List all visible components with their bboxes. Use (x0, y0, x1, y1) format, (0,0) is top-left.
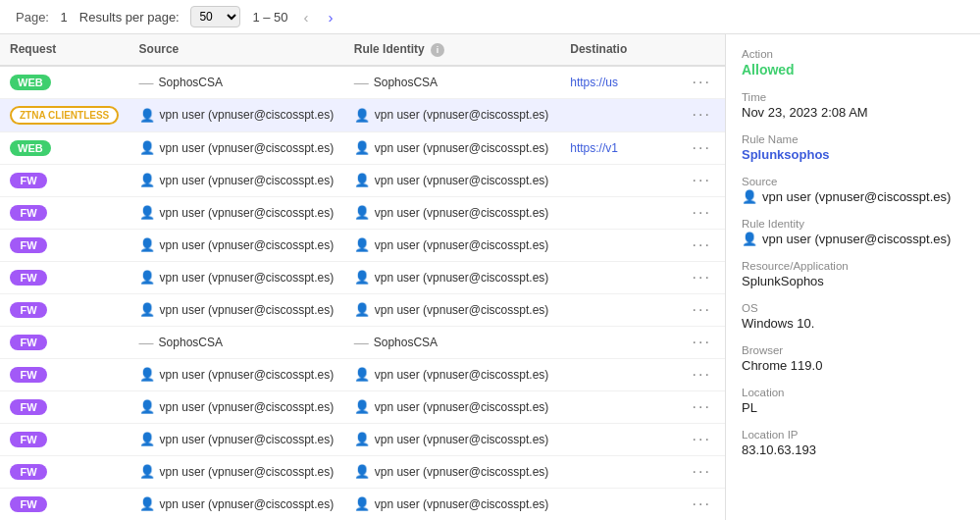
next-page-button[interactable]: › (325, 9, 337, 26)
rule-user-icon: 👤 (354, 237, 370, 252)
row-actions-button[interactable]: ··· (689, 495, 715, 513)
table-row[interactable]: FW👤vpn user (vpnuser@ciscosspt.es)👤vpn u… (0, 358, 725, 390)
table-row[interactable]: FW👤vpn user (vpnuser@ciscosspt.es)👤vpn u… (0, 164, 725, 196)
row-actions-button[interactable]: ··· (689, 366, 715, 384)
source-user-icon: 👤 (139, 464, 155, 479)
row-actions-button[interactable]: ··· (689, 106, 715, 124)
request-cell: WEB (0, 66, 129, 99)
rule-identity-cell: 👤vpn user (vpnuser@ciscosspt.es) (344, 455, 561, 488)
detail-action: Action Allowed (742, 48, 964, 78)
row-actions-button[interactable]: ··· (689, 431, 715, 448)
source-text: vpn user (vpnuser@ciscosspt.es) (160, 271, 335, 285)
rule-identity-text: vpn user (vpnuser@ciscosspt.es) (375, 206, 549, 220)
row-actions-cell: ··· (679, 293, 725, 326)
rule-identity-text: vpn user (vpnuser@ciscosspt.es) (375, 174, 549, 187)
rule-identity-text: vpn user (vpnuser@ciscosspt.es) (375, 108, 549, 122)
table-row[interactable]: ZTNA CLIENTLESS👤vpn user (vpnuser@ciscos… (0, 98, 725, 131)
detail-os: OS Windows 10. (742, 302, 964, 331)
source-user-icon: 👤 (139, 399, 155, 414)
source-label: Source (742, 176, 964, 187)
request-cell: FW (0, 358, 129, 390)
row-actions-cell: ··· (679, 164, 725, 196)
rule-identity-text: vpn user (vpnuser@ciscosspt.es) (375, 271, 549, 285)
browser-value: Chrome 119.0 (742, 358, 964, 373)
rule-user-icon: 👤 (354, 173, 370, 187)
source-text: SophosCSA (159, 336, 223, 349)
destination-link[interactable]: https://us (570, 76, 618, 89)
row-actions-cell: ··· (679, 196, 725, 229)
row-actions-cell: ··· (679, 261, 725, 293)
source-user-icon: 👤 (139, 432, 155, 446)
destination-cell (560, 326, 678, 358)
table-row[interactable]: FW—SophosCSA—SophosCSA··· (0, 326, 725, 358)
table-row[interactable]: FW👤vpn user (vpnuser@ciscosspt.es)👤vpn u… (0, 229, 725, 261)
row-actions-cell: ··· (679, 488, 725, 520)
destination-cell[interactable]: https://v1 (560, 131, 678, 164)
table-row[interactable]: FW👤vpn user (vpnuser@ciscosspt.es)👤vpn u… (0, 423, 725, 455)
source-cell: —SophosCSA (129, 326, 344, 358)
location-value: PL (742, 400, 964, 415)
table-row[interactable]: FW👤vpn user (vpnuser@ciscosspt.es)👤vpn u… (0, 261, 725, 293)
row-actions-cell: ··· (679, 326, 725, 358)
top-bar: Page: 1 Results per page: 50 25 100 1 – … (0, 0, 980, 34)
source-cell: 👤vpn user (vpnuser@ciscosspt.es) (129, 423, 344, 455)
source-text: vpn user (vpnuser@ciscosspt.es) (160, 108, 335, 122)
source-user-icon: 👤 (139, 205, 155, 220)
action-label: Action (742, 48, 964, 60)
rule-identity-cell: —SophosCSA (344, 326, 561, 358)
row-actions-button[interactable]: ··· (689, 463, 715, 481)
rule-user-icon: 👤 (354, 432, 370, 446)
detail-browser: Browser Chrome 119.0 (742, 344, 964, 373)
rule-identity-cell: 👤vpn user (vpnuser@ciscosspt.es) (344, 131, 561, 164)
source-cell: 👤vpn user (vpnuser@ciscosspt.es) (129, 196, 344, 229)
row-actions-cell: ··· (679, 98, 725, 131)
table-row[interactable]: FW👤vpn user (vpnuser@ciscosspt.es)👤vpn u… (0, 196, 725, 229)
row-actions-button[interactable]: ··· (689, 204, 715, 222)
rule-identity-cell: 👤vpn user (vpnuser@ciscosspt.es) (344, 196, 561, 229)
row-actions-button[interactable]: ··· (689, 74, 715, 91)
destination-cell (560, 293, 678, 326)
row-actions-button[interactable]: ··· (689, 301, 715, 319)
request-cell: FW (0, 390, 129, 423)
detail-location: Location PL (742, 387, 964, 415)
col-header-rule-identity: Rule Identity i (344, 34, 561, 66)
rule-name-label: Rule Name (742, 133, 964, 145)
destination-cell[interactable]: https://us (560, 66, 678, 99)
row-actions-button[interactable]: ··· (689, 172, 715, 189)
source-user-icon: 👤 (139, 108, 155, 123)
request-badge: WEB (10, 75, 51, 90)
table-row[interactable]: FW👤vpn user (vpnuser@ciscosspt.es)👤vpn u… (0, 455, 725, 488)
request-cell: FW (0, 293, 129, 326)
source-user-icon: 👤 (139, 140, 155, 155)
results-per-page-label: Results per page: (79, 10, 180, 25)
destination-link[interactable]: https://v1 (570, 141, 618, 155)
per-page-select[interactable]: 50 25 100 (190, 6, 240, 27)
col-header-source: Source (129, 34, 344, 66)
row-actions-cell: ··· (679, 358, 725, 390)
table-row[interactable]: WEB—SophosCSA—SophosCSAhttps://us··· (0, 66, 725, 99)
source-cell: 👤vpn user (vpnuser@ciscosspt.es) (129, 488, 344, 520)
row-actions-button[interactable]: ··· (689, 334, 715, 351)
detail-location-ip: Location IP 83.10.63.193 (742, 429, 964, 457)
table-row[interactable]: FW👤vpn user (vpnuser@ciscosspt.es)👤vpn u… (0, 488, 725, 520)
source-value: vpn user (vpnuser@ciscosspt.es) (762, 189, 951, 204)
rule-identity-cell: 👤vpn user (vpnuser@ciscosspt.es) (344, 261, 561, 293)
time-value: Nov 23, 2023 2:08 AM (742, 105, 964, 120)
table-row[interactable]: FW👤vpn user (vpnuser@ciscosspt.es)👤vpn u… (0, 293, 725, 326)
request-cell: FW (0, 455, 129, 488)
source-user-icon: 👤 (139, 302, 155, 317)
row-actions-button[interactable]: ··· (689, 398, 715, 416)
table-row[interactable]: WEB👤vpn user (vpnuser@ciscosspt.es)👤vpn … (0, 131, 725, 164)
request-cell: FW (0, 326, 129, 358)
rule-user-icon: 👤 (354, 496, 370, 511)
table-row[interactable]: FW👤vpn user (vpnuser@ciscosspt.es)👤vpn u… (0, 390, 725, 423)
row-actions-button[interactable]: ··· (689, 139, 715, 157)
prev-page-button[interactable]: ‹ (300, 9, 313, 26)
rule-name-value: Splunksophos (742, 147, 964, 162)
rule-identity-cell: 👤vpn user (vpnuser@ciscosspt.es) (344, 293, 561, 326)
col-header-dots (679, 34, 725, 66)
rule-user-icon: 👤 (354, 302, 370, 317)
rule-identity-user-icon: 👤 (742, 232, 757, 246)
row-actions-button[interactable]: ··· (689, 236, 715, 254)
row-actions-button[interactable]: ··· (689, 269, 715, 286)
